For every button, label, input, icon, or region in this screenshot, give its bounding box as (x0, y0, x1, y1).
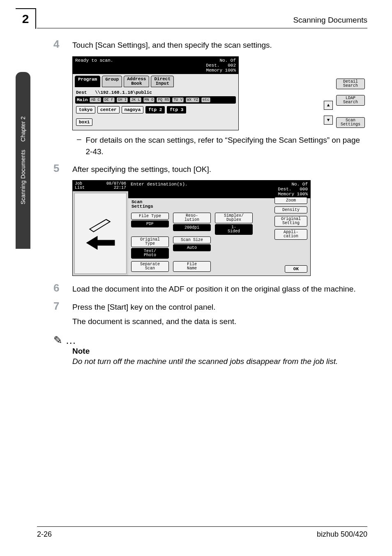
note-block: ✎ … Note Do not turn off the machine unt… (53, 334, 367, 367)
scr2-noof-val: 000 (300, 187, 308, 192)
scr1-items-row1: tokyo center nagoya ftp 2 ftp 3 (73, 104, 238, 116)
step-7-after: The document is scanned, and the data is… (72, 316, 367, 328)
simplex-stack[interactable]: Simplex/ Duplex 1- Sided (215, 213, 253, 235)
scr2-datetime: 08/07/06 22:17 (106, 182, 126, 190)
sidebar-tab: Chapter 2 Scanning Documents (16, 72, 30, 249)
scr2-preview (74, 193, 127, 273)
scr1-status: No. Of Dest. 002 Memory 100% (206, 58, 236, 73)
origtype-value: Text/ Photo (131, 248, 169, 259)
pen-icon (86, 217, 115, 233)
idx-mno[interactable]: MN O (143, 97, 155, 102)
application-button[interactable]: Appli- cation (274, 229, 307, 240)
step-4-note-text: For details on the scan settings, refer … (86, 134, 367, 158)
step-5: 5 After specifying the settings, touch [… (53, 162, 367, 176)
tab-program[interactable]: Program (75, 76, 100, 87)
step-number: 4 (53, 38, 72, 51)
screenshot-1-wrap: Ready to scan. No. Of Dest. 002 Memory 1… (53, 56, 367, 130)
step-number: 5 (53, 162, 72, 176)
density-button[interactable]: Density (274, 206, 307, 213)
scr1-ready: Ready to scan. (75, 58, 113, 73)
dest-nagoya[interactable]: nagoya (122, 106, 144, 114)
idx-ghi[interactable]: GH I (117, 97, 128, 102)
scr2-ok-row: OK (285, 265, 307, 273)
scr2-mem-val: 100% (297, 192, 308, 197)
scr1-tabrow: Program Group Address Book Direct Input (73, 74, 238, 89)
scr1-items-row2: box1 (73, 116, 238, 130)
separate-scan-button[interactable]: Separate Scan (131, 261, 169, 272)
note-icon: ✎ … (53, 334, 367, 347)
step-7: 7 Press the [Start] key on the control p… (53, 300, 367, 313)
chapter-number-box: 2 (16, 8, 36, 29)
step-number: 7 (53, 300, 72, 313)
origtype-stack[interactable]: Original Type Text/ Photo (131, 236, 169, 259)
idx-abc[interactable]: AB C (90, 97, 101, 102)
dest-tokyo[interactable]: tokyo (76, 106, 95, 114)
dest-ftp3[interactable]: ftp 3 (167, 106, 186, 114)
scr2-job-tab[interactable]: Job List 08/07/06 22:17 (73, 181, 128, 191)
idx-wxyz[interactable]: WX YZ (186, 97, 199, 102)
tab-group[interactable]: Group (102, 76, 122, 87)
idx-pqrs[interactable]: PQ RS (157, 97, 170, 102)
sidebar-chapter: Chapter 2 (20, 112, 26, 146)
idx-etc[interactable]: etc (201, 97, 210, 102)
filetype-label: File Type (131, 213, 169, 220)
header-title: Scanning Documents (293, 16, 367, 25)
step-text: Touch [Scan Settings], and then specify … (72, 38, 272, 51)
note-heading: Note (72, 347, 367, 356)
scr2-left-panel: Job List 08/07/06 22:17 (73, 181, 128, 275)
zoom-button[interactable]: Zoom (274, 197, 307, 204)
step-4-note: – For details on the scan settings, refe… (72, 134, 367, 158)
scr2-job-label: Job List (75, 182, 85, 190)
header-rule (37, 28, 367, 28)
tab-address-book[interactable]: Address Book (124, 76, 149, 87)
footer: 2-26 bizhub 500/420 (37, 526, 367, 539)
sidebar-section: Scanning Documents (20, 146, 26, 208)
scr2-row1: File Type PDF Reso- lution 200dpi Simple… (131, 213, 271, 235)
scr1-dest-line: Dest \\192.168.1.18\public (73, 89, 238, 96)
step-number: 6 (53, 282, 72, 295)
idx-jkl[interactable]: JK L (130, 97, 141, 102)
resolution-label: Reso- lution (173, 213, 211, 223)
note-body: Do not turn off the machine until the sc… (72, 356, 367, 367)
dest-ftp2[interactable]: ftp 2 (145, 106, 165, 114)
scr1-mem-label: Memory (206, 68, 222, 73)
scr2-status: No. Of Dest. 000 Memory 100% (278, 182, 308, 197)
idx-def[interactable]: DE F (103, 97, 115, 102)
scr1-index-row: Main AB C DE F GH I JK L MN O PQ RS TU V… (75, 96, 236, 104)
dest-center[interactable]: center (97, 106, 120, 114)
content-area: 4 Touch [Scan Settings], and then specif… (53, 35, 367, 367)
scr1-mem-val: 100% (225, 68, 236, 73)
scr1-noof-val: 002 (228, 63, 236, 68)
idx-tuv[interactable]: TU V (172, 97, 184, 102)
step-text: Press the [Start] key on the control pan… (72, 300, 216, 313)
filetype-stack[interactable]: File Type PDF (131, 213, 169, 235)
scr1-titlebar: Ready to scan. No. Of Dest. 002 Memory 1… (73, 57, 238, 74)
footer-page: 2-26 (37, 530, 52, 539)
scr1-main[interactable]: Main (77, 97, 88, 102)
simplex-label: Simplex/ Duplex (215, 213, 253, 223)
scr1-arrow-col: ▲ ▼ (324, 101, 333, 125)
scr2-enter: Enter destination(s). (131, 182, 188, 197)
original-setting-button[interactable]: Original Setting (274, 216, 307, 227)
left-arrow-icon (86, 236, 115, 250)
screenshot-2: Job List 08/07/06 22:17 Enter destinatio… (72, 180, 311, 276)
chapter-number: 2 (22, 12, 29, 26)
tab-direct-input[interactable]: Direct Input (151, 76, 174, 87)
screenshot-1: Ready to scan. No. Of Dest. 002 Memory 1… (72, 56, 239, 130)
scr2-row2: Original Type Text/ Photo Scan Size Auto (131, 236, 271, 259)
step-4: 4 Touch [Scan Settings], and then specif… (53, 38, 367, 51)
ok-button[interactable]: OK (285, 265, 307, 273)
filetype-value: PDF (131, 220, 169, 227)
scansize-value: Auto (173, 244, 211, 251)
scroll-down-button[interactable]: ▼ (324, 116, 333, 125)
resolution-stack[interactable]: Reso- lution 200dpi (173, 213, 211, 235)
scroll-up-button[interactable]: ▲ (324, 101, 333, 110)
ldap-search-button[interactable]: LDAP Search (336, 95, 365, 106)
scansize-stack[interactable]: Scan Size Auto (173, 236, 211, 259)
dest-box1[interactable]: box1 (76, 118, 92, 126)
step-6: 6 Load the document into the ADF or posi… (53, 282, 367, 295)
detail-search-button[interactable]: Detail Search (336, 79, 365, 89)
scr1-dest-label: Dest (76, 90, 87, 95)
file-name-button[interactable]: File Name (173, 261, 211, 272)
scan-settings-button[interactable]: Scan Settings (336, 117, 365, 128)
